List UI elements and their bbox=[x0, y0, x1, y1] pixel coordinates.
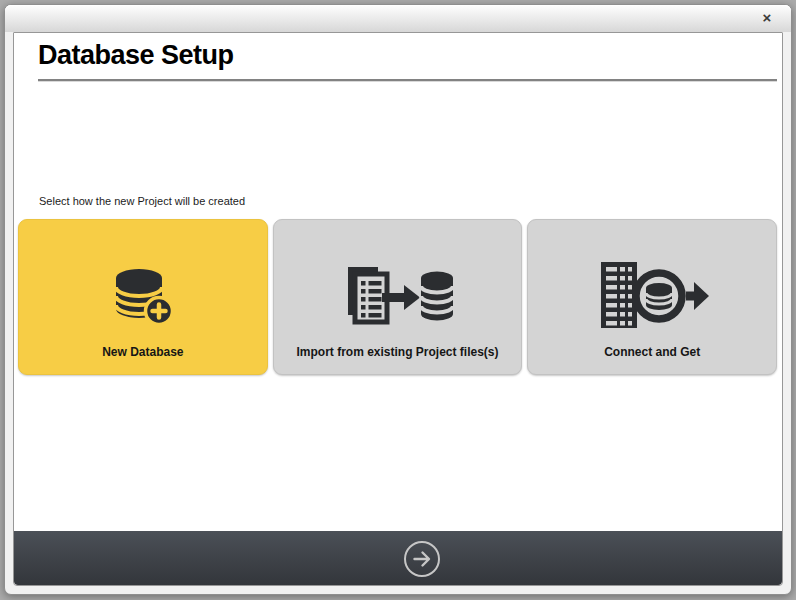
option-card-import-existing[interactable]: Import from existing Project files(s) bbox=[273, 219, 523, 375]
close-icon: × bbox=[763, 9, 772, 26]
title-divider bbox=[38, 79, 777, 81]
option-label: Connect and Get bbox=[528, 345, 776, 359]
next-button[interactable] bbox=[402, 539, 442, 579]
arrow-right-circle-icon bbox=[402, 567, 442, 582]
option-label: New Database bbox=[19, 345, 267, 359]
instruction-text: Select how the new Project will be creat… bbox=[39, 195, 245, 207]
close-button[interactable]: × bbox=[755, 6, 779, 30]
page-title: Database Setup bbox=[38, 40, 234, 71]
option-card-row: New Database bbox=[18, 219, 777, 375]
desktop-background: × Database Setup Select how the new Proj… bbox=[0, 0, 796, 600]
option-card-new-database[interactable]: New Database bbox=[18, 219, 268, 375]
database-add-icon bbox=[19, 258, 267, 334]
document-to-database-icon bbox=[274, 258, 522, 334]
option-label: Import from existing Project files(s) bbox=[274, 345, 522, 359]
footer-bar bbox=[14, 531, 782, 585]
database-setup-window: × Database Setup Select how the new Proj… bbox=[4, 4, 792, 595]
server-database-export-icon bbox=[528, 258, 776, 334]
dialog-content: Database Setup Select how the new Projec… bbox=[13, 32, 783, 586]
window-titlebar: × bbox=[5, 5, 791, 32]
option-card-connect-and-get[interactable]: Connect and Get bbox=[527, 219, 777, 375]
